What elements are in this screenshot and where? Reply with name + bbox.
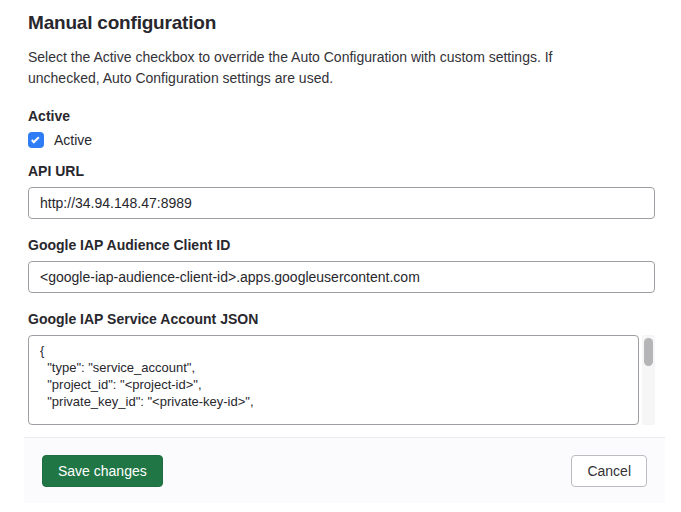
form-content: Manual configuration Select the Active c… — [0, 0, 681, 425]
active-checkbox-row: Active — [28, 132, 655, 148]
active-field-label: Active — [28, 108, 655, 124]
active-field: Active Active — [28, 108, 655, 148]
manual-configuration-panel: Manual configuration Select the Active c… — [0, 0, 681, 503]
audience-client-id-label: Google IAP Audience Client ID — [28, 237, 655, 253]
textarea-scrollbar-track[interactable] — [642, 335, 655, 425]
cancel-button[interactable]: Cancel — [571, 455, 647, 487]
page-description: Select the Active checkbox to override t… — [28, 47, 576, 89]
save-changes-button[interactable]: Save changes — [42, 455, 163, 487]
active-checkbox-label[interactable]: Active — [54, 132, 92, 148]
form-actions-footer: Save changes Cancel — [24, 437, 665, 503]
service-account-json-field: Google IAP Service Account JSON { "type"… — [28, 311, 655, 425]
api-url-field: API URL — [28, 163, 655, 219]
api-url-input[interactable] — [28, 187, 655, 219]
textarea-scrollbar-thumb[interactable] — [644, 338, 653, 366]
service-account-json-wrap: { "type": "service_account", "project_id… — [28, 335, 655, 425]
audience-client-id-field: Google IAP Audience Client ID — [28, 237, 655, 293]
page-title: Manual configuration — [28, 12, 655, 34]
service-account-json-textarea[interactable]: { "type": "service_account", "project_id… — [28, 335, 639, 425]
audience-client-id-input[interactable] — [28, 261, 655, 293]
active-checkbox[interactable] — [28, 132, 44, 148]
api-url-label: API URL — [28, 163, 655, 179]
service-account-json-label: Google IAP Service Account JSON — [28, 311, 655, 327]
check-icon — [31, 135, 39, 143]
